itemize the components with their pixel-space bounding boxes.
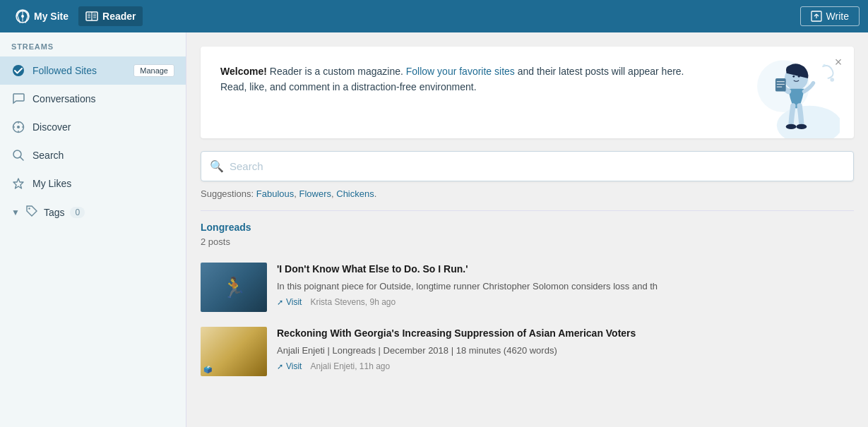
- visit-icon-0: ➚: [277, 298, 283, 307]
- write-label: Write: [826, 11, 849, 22]
- post-author-0: Krista Stevens, 9h ago: [310, 297, 396, 307]
- suggestion-flowers[interactable]: Flowers: [299, 188, 332, 199]
- reader-label: Reader: [102, 11, 136, 22]
- sidebar-item-discover[interactable]: Discover: [0, 113, 186, 141]
- welcome-intro: Reader is a custom magazine.: [270, 66, 406, 77]
- tags-chevron-icon: ▼: [11, 208, 20, 217]
- my-site-button[interactable]: My Site: [8, 5, 76, 28]
- svg-point-33: [798, 76, 800, 78]
- content-area: × Welcome! Reader is a custom magazine. …: [186, 32, 868, 427]
- discover-label: Discover: [32, 121, 174, 133]
- svg-point-32: [792, 76, 795, 78]
- tags-label: Tags: [44, 207, 65, 218]
- post-title-0: 'I Don't Know What Else to Do. So I Run.…: [277, 263, 854, 277]
- sidebar-item-followed-sites[interactable]: Followed Sites Manage: [0, 56, 186, 85]
- wordpress-logo-icon: [16, 9, 30, 23]
- reader-icon: [85, 11, 98, 21]
- search-icon: 🔍: [210, 160, 224, 173]
- post-meta-0: ➚ Visit Krista Stevens, 9h ago: [277, 297, 854, 307]
- svg-point-16: [17, 126, 20, 128]
- svg-point-36: [786, 124, 797, 129]
- discover-icon: [11, 120, 25, 134]
- followed-sites-label: Followed Sites: [32, 65, 126, 76]
- post-info-0: 'I Don't Know What Else to Do. So I Run.…: [277, 263, 854, 312]
- post-visit-link-0[interactable]: ➚ Visit: [277, 297, 302, 307]
- tags-icon: [25, 205, 38, 219]
- conversations-icon: [11, 92, 25, 106]
- svg-rect-28: [775, 78, 786, 91]
- manage-button[interactable]: Manage: [133, 64, 174, 77]
- divider: [201, 210, 854, 211]
- post-excerpt-1: Anjali Enjeti | Longreads | December 201…: [277, 344, 854, 358]
- sidebar-item-my-likes[interactable]: My Likes: [0, 169, 186, 198]
- section-header: Longreads: [201, 221, 854, 234]
- search-input[interactable]: [230, 152, 845, 181]
- followed-sites-icon: [11, 64, 25, 78]
- visit-label-1: Visit: [286, 361, 302, 371]
- svg-point-37: [796, 124, 807, 129]
- suggestions-label: Suggestions:: [201, 188, 256, 199]
- sidebar-item-conversations[interactable]: Conversations: [0, 85, 186, 113]
- svg-line-22: [20, 157, 24, 161]
- post-card-0: 🏃 'I Don't Know What Else to Do. So I Ru…: [201, 255, 854, 320]
- search-label: Search: [32, 150, 174, 161]
- post-excerpt-0: In this poignant piece for Outside, long…: [277, 279, 854, 294]
- svg-point-34: [830, 78, 834, 82]
- banner-svg: [727, 54, 840, 138]
- write-icon: [811, 11, 822, 22]
- running-figure-icon: 🏃: [222, 276, 246, 299]
- my-likes-label: My Likes: [32, 178, 174, 189]
- svg-point-24: [28, 208, 30, 209]
- my-likes-icon: [11, 176, 25, 191]
- post-meta-1: ➚ Visit Anjali Enjeti, 11h ago: [277, 361, 854, 371]
- suggestion-chickens[interactable]: Chickens: [336, 188, 374, 199]
- welcome-text: Welcome! Reader is a custom magazine. Fo…: [220, 64, 713, 95]
- streams-label: Streams: [0, 32, 186, 56]
- post-visit-link-1[interactable]: ➚ Visit: [277, 361, 302, 371]
- post-thumb-0: 🏃: [201, 263, 267, 312]
- svg-point-1: [21, 15, 24, 18]
- search-container: 🔍: [201, 151, 854, 181]
- suggestions-row: Suggestions: Fabulous, Flowers, Chickens…: [201, 188, 854, 199]
- post-title-1: Reckoning With Georgia's Increasing Supp…: [277, 327, 854, 341]
- section-title-link[interactable]: Longreads: [201, 222, 251, 233]
- tags-row[interactable]: ▼ Tags 0: [0, 198, 186, 227]
- reader-button[interactable]: Reader: [78, 6, 143, 26]
- tags-count: 0: [70, 207, 85, 218]
- svg-marker-23: [13, 179, 23, 188]
- sidebar-item-search[interactable]: Search: [0, 141, 186, 169]
- conversations-label: Conversations: [32, 93, 174, 104]
- visit-icon-1: ➚: [277, 362, 283, 371]
- welcome-bold: Welcome!: [220, 66, 267, 77]
- voting-thumbnail: 🗳️: [201, 327, 267, 376]
- post-card-1: 🗳️ Reckoning With Georgia's Increasing S…: [201, 320, 854, 384]
- voting-crowd-icon: 🗳️: [201, 363, 215, 376]
- section-count: 2 posts: [201, 236, 854, 247]
- post-author-1: Anjali Enjeti, 11h ago: [310, 361, 390, 371]
- post-info-1: Reckoning With Georgia's Increasing Supp…: [277, 327, 854, 376]
- post-thumb-1: 🗳️: [201, 327, 267, 376]
- visit-label-0: Visit: [286, 297, 302, 307]
- svg-point-35: [823, 64, 826, 67]
- my-site-label: My Site: [34, 11, 69, 22]
- running-thumbnail: 🏃: [201, 263, 267, 312]
- top-navigation: My Site Reader Write: [0, 0, 868, 32]
- follow-sites-link[interactable]: Follow your favorite sites: [406, 66, 515, 77]
- search-sidebar-icon: [11, 148, 25, 162]
- welcome-banner: × Welcome! Reader is a custom magazine. …: [201, 47, 854, 138]
- main-layout: Streams Followed Sites Manage Conversati…: [0, 32, 868, 427]
- sidebar: Streams Followed Sites Manage Conversati…: [0, 32, 186, 427]
- suggestion-fabulous[interactable]: Fabulous: [256, 188, 294, 199]
- banner-illustration: [727, 54, 840, 138]
- write-button[interactable]: Write: [800, 6, 860, 26]
